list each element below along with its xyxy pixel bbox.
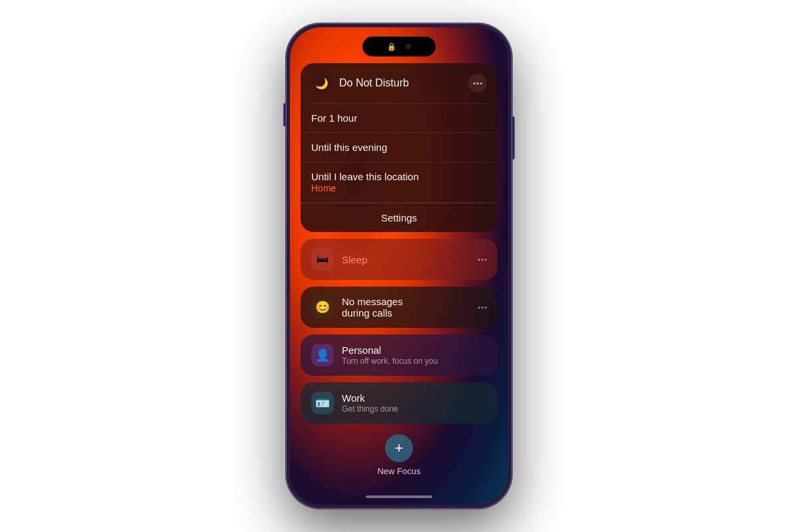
sleep-focus-text: Sleep xyxy=(342,254,470,265)
messages-focus-text: No messagesduring calls xyxy=(342,296,470,319)
work-focus-text: Work Get things done xyxy=(342,392,487,414)
work-icon: 🪪 xyxy=(311,392,334,414)
phone-frame: 🔒 🌙 Do Not Disturb For xyxy=(286,23,512,509)
new-focus-label: New Focus xyxy=(377,466,420,476)
messages-focus-item[interactable]: 😊 No messagesduring calls xyxy=(301,287,497,328)
new-focus-button[interactable]: + xyxy=(385,434,413,462)
work-focus-name: Work xyxy=(342,392,487,404)
dnd-card[interactable]: 🌙 Do Not Disturb For 1 hour Until this e… xyxy=(301,63,497,232)
personal-focus-name: Personal xyxy=(342,344,487,356)
personal-focus-sub: Turn off work, focus on you xyxy=(342,356,487,366)
dnd-option-hour[interactable]: For 1 hour xyxy=(301,104,497,133)
dnd-header: 🌙 Do Not Disturb xyxy=(301,63,497,103)
work-focus-item[interactable]: 🪪 Work Get things done xyxy=(301,382,497,424)
dnd-location-name: Home xyxy=(311,183,487,194)
dnd-title: Do Not Disturb xyxy=(339,77,462,89)
dnd-more-button[interactable] xyxy=(468,74,487,92)
new-focus-area: + New Focus xyxy=(301,430,497,476)
sleep-focus-name: Sleep xyxy=(342,254,470,265)
dnd-settings-button[interactable]: Settings xyxy=(301,203,497,232)
messages-icon: 😊 xyxy=(311,296,334,319)
sleep-focus-item[interactable]: 🛏 Sleep xyxy=(301,239,497,280)
personal-icon: 👤 xyxy=(311,344,334,366)
dnd-option-evening[interactable]: Until this evening xyxy=(301,133,497,162)
dnd-option-location[interactable]: Until I leave this location Home xyxy=(301,162,497,203)
personal-focus-item[interactable]: 👤 Personal Turn off work, focus on you xyxy=(301,334,497,376)
lock-icon: 🔒 xyxy=(387,43,396,51)
phone-screen: 🔒 🌙 Do Not Disturb For xyxy=(290,27,508,505)
focus-content: 🌙 Do Not Disturb For 1 hour Until this e… xyxy=(290,61,508,489)
messages-focus-name: No messagesduring calls xyxy=(342,296,470,319)
status-bar: 🔒 xyxy=(290,27,508,61)
personal-focus-text: Personal Turn off work, focus on you xyxy=(342,344,487,366)
messages-more-button[interactable] xyxy=(478,307,487,309)
work-focus-sub: Get things done xyxy=(342,404,487,414)
dnd-moon-icon: 🌙 xyxy=(311,72,332,94)
sleep-icon: 🛏 xyxy=(311,248,334,271)
dynamic-island: 🔒 xyxy=(362,37,436,57)
camera-dot xyxy=(406,44,411,49)
home-indicator xyxy=(366,495,432,498)
sleep-more-button[interactable] xyxy=(478,259,487,261)
